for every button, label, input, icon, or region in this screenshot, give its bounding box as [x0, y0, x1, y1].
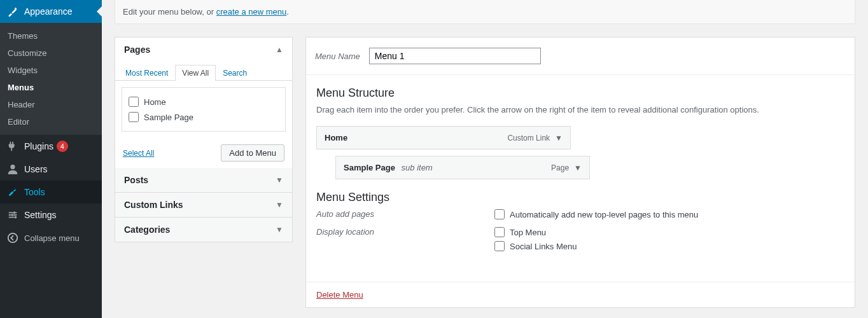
- menu-name-row: Menu Name: [306, 38, 855, 75]
- auto-add-label: Auto add pages: [316, 209, 494, 223]
- caret-down-icon[interactable]: ▼: [574, 163, 582, 172]
- menu-structure-hint: Drag each item into the order you prefer…: [316, 105, 844, 114]
- checkbox-input[interactable]: [494, 241, 505, 251]
- menu-name-input[interactable]: [369, 48, 541, 64]
- checkbox-label: Home: [144, 97, 166, 107]
- sidebar-item-label: Users: [24, 164, 48, 174]
- accordion-posts-header[interactable]: Posts ▼: [115, 168, 292, 193]
- sidebar-sub-header[interactable]: Header: [0, 96, 102, 113]
- notice-text: Edit your menu below, or: [123, 7, 216, 17]
- menu-edit-column: Menu Name Menu Structure Drag each item …: [305, 37, 855, 308]
- tab-search[interactable]: Search: [216, 65, 254, 81]
- select-all-link[interactable]: Select All: [123, 149, 154, 158]
- menu-settings-title: Menu Settings: [316, 191, 844, 204]
- plug-icon: [6, 140, 19, 153]
- caret-down-icon: ▼: [276, 200, 283, 209]
- location-social-links[interactable]: Social Links Menu: [494, 241, 577, 251]
- checkbox-input[interactable]: [494, 227, 505, 237]
- acc-title: Pages: [124, 45, 150, 55]
- sidebar-sub-editor[interactable]: Editor: [0, 113, 102, 130]
- menu-item-title: Home: [325, 133, 347, 142]
- accordion-customlinks-header[interactable]: Custom Links ▼: [115, 193, 292, 218]
- caret-up-icon: ▲: [276, 45, 283, 54]
- checkbox-label: Top Menu: [510, 228, 546, 237]
- tab-view-all[interactable]: View All: [175, 65, 216, 81]
- plugins-badge: 4: [57, 141, 68, 152]
- notice-period: .: [286, 7, 289, 17]
- accordion-pages: Pages ▲ Most Recent View All Search H: [115, 37, 293, 242]
- wrench-icon: [6, 186, 19, 198]
- sidebar-item-label: Plugins: [24, 141, 53, 151]
- checkbox-input[interactable]: [494, 209, 505, 219]
- sidebar-item-settings[interactable]: Settings: [0, 204, 102, 226]
- menu-name-label: Menu Name: [315, 52, 360, 61]
- menu-item-type: Custom Link ▼: [507, 134, 563, 142]
- main-content: Edit your menu below, or create a new me…: [102, 0, 868, 318]
- sidebar-item-plugins[interactable]: Plugins 4: [0, 135, 102, 158]
- sidebar-item-label: Tools: [24, 187, 45, 197]
- add-items-column: Pages ▲ Most Recent View All Search H: [115, 37, 293, 308]
- caret-down-icon[interactable]: ▼: [555, 134, 563, 142]
- sidebar-item-tools[interactable]: Tools: [0, 181, 102, 204]
- acc-title: Posts: [124, 175, 148, 185]
- menu-item-title: Sample Page sub item: [344, 163, 433, 172]
- sidebar-item-label: Settings: [24, 210, 57, 220]
- auto-add-checkbox[interactable]: Automatically add new top-level pages to…: [494, 209, 698, 219]
- svg-point-4: [8, 233, 17, 242]
- accordion-categories-header[interactable]: Categories ▼: [115, 218, 292, 242]
- location-top-menu[interactable]: Top Menu: [494, 227, 577, 237]
- user-icon: [6, 163, 19, 176]
- sidebar-sub-appearance: Themes Customize Widgets Menus Header Ed…: [0, 23, 102, 135]
- menu-footer: Delete Menu: [306, 282, 855, 307]
- menu-item-type: Page ▼: [551, 163, 582, 172]
- svg-point-1: [13, 212, 16, 214]
- create-menu-link[interactable]: create a new menu: [216, 7, 287, 17]
- checkbox-label: Social Links Menu: [510, 242, 577, 251]
- paintbrush-icon: [6, 5, 19, 18]
- menu-item-home[interactable]: Home Custom Link ▼: [316, 126, 571, 149]
- svg-point-2: [11, 214, 13, 216]
- edit-notice: Edit your menu below, or create a new me…: [115, 0, 855, 24]
- tab-most-recent[interactable]: Most Recent: [118, 65, 175, 81]
- svg-point-3: [15, 216, 17, 219]
- auto-add-row: Auto add pages Automatically add new top…: [316, 209, 844, 223]
- acc-title: Categories: [124, 225, 170, 235]
- page-checkbox-home[interactable]: Home: [129, 94, 279, 109]
- sidebar-item-label: Appearance: [24, 6, 73, 17]
- svg-point-0: [10, 165, 15, 169]
- menu-structure-title: Menu Structure: [316, 86, 844, 100]
- sidebar-sub-themes[interactable]: Themes: [0, 27, 102, 45]
- page-checkbox-sample[interactable]: Sample Page: [129, 109, 279, 125]
- menu-item-sub: sub item: [402, 163, 433, 172]
- accordion-pages-header[interactable]: Pages ▲: [115, 38, 292, 62]
- accordion-pages-body: Most Recent View All Search Home Sa: [115, 65, 292, 168]
- sliders-icon: [6, 209, 19, 221]
- pages-tabs: Most Recent View All Search: [115, 65, 292, 81]
- display-location-row: Display location Top Menu Social Links M…: [316, 227, 844, 255]
- display-location-label: Display location: [316, 227, 494, 255]
- sidebar-item-users[interactable]: Users: [0, 158, 102, 181]
- pages-footer: Select All Add to Menu: [115, 138, 292, 168]
- sidebar-sub-menus[interactable]: Menus: [0, 79, 102, 96]
- checkbox-input[interactable]: [129, 97, 139, 107]
- collapse-label: Collapse menu: [24, 233, 80, 243]
- caret-down-icon: ▼: [276, 176, 283, 184]
- add-to-menu-button[interactable]: Add to Menu: [221, 144, 284, 162]
- acc-title: Custom Links: [124, 200, 183, 210]
- sidebar-item-appearance[interactable]: Appearance: [0, 0, 102, 23]
- checkbox-input[interactable]: [129, 112, 139, 122]
- checkbox-label: Automatically add new top-level pages to…: [510, 210, 698, 219]
- menu-item-sample-page[interactable]: Sample Page sub item Page ▼: [335, 156, 590, 179]
- pages-checklist: Home Sample Page: [122, 87, 286, 132]
- checkbox-label: Sample Page: [144, 113, 193, 122]
- admin-sidebar: Appearance Themes Customize Widgets Menu…: [0, 0, 102, 318]
- collapse-menu[interactable]: Collapse menu: [0, 226, 102, 249]
- collapse-icon: [6, 232, 19, 244]
- sidebar-sub-widgets[interactable]: Widgets: [0, 62, 102, 79]
- sidebar-sub-customize[interactable]: Customize: [0, 45, 102, 62]
- caret-down-icon: ▼: [276, 225, 283, 234]
- delete-menu-link[interactable]: Delete Menu: [316, 290, 363, 300]
